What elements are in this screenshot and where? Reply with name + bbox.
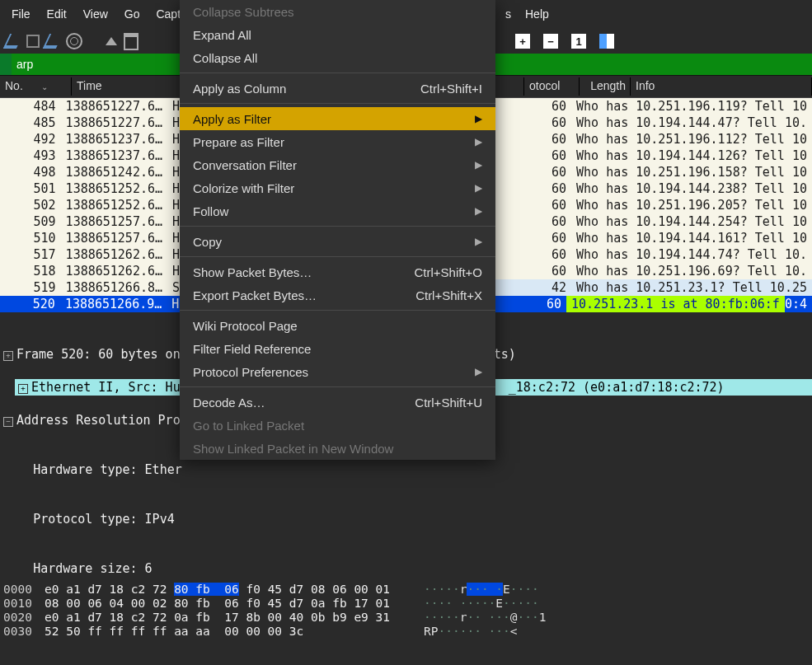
capture-start-icon[interactable] — [3, 34, 23, 49]
column-length[interactable]: Length — [580, 76, 631, 97]
menu-item[interactable]: Expand All — [180, 23, 495, 46]
menu-item[interactable]: Copy▶ — [180, 230, 495, 253]
menu-item[interactable]: Apply as ColumnCtrl+Shift+I — [180, 77, 495, 100]
menu-edit[interactable]: Edit — [39, 0, 75, 29]
menu-item[interactable]: Filter Field Reference — [180, 337, 495, 360]
zoom-out-button[interactable]: − — [543, 34, 558, 49]
menu-stats-tail[interactable]: s — [497, 0, 519, 29]
menu-file[interactable]: File — [3, 0, 39, 29]
detail-field[interactable]: Protocol type: IPv4 — [0, 511, 812, 527]
menu-item[interactable]: Conversation Filter▶ — [180, 153, 495, 176]
menu-help[interactable]: Help — [517, 0, 557, 29]
column-no[interactable]: No.⌄ — [0, 76, 72, 97]
resize-columns-button[interactable] — [599, 34, 614, 49]
menu-item[interactable]: Collapse All — [180, 46, 495, 69]
capture-stop-icon[interactable] — [26, 35, 40, 48]
bytes-row[interactable]: 003052 50 ff ff ff ff aa aa 00 00 00 3cR… — [0, 625, 812, 639]
filter-bookmark-icon[interactable] — [0, 54, 12, 75]
expander-icon[interactable]: + — [3, 351, 13, 361]
context-menu: Collapse SubtreesExpand AllCollapse AllA… — [180, 0, 495, 460]
menu-item: Collapse Subtrees — [180, 0, 495, 23]
menu-item[interactable]: Show Packet Bytes…Ctrl+Shift+O — [180, 260, 495, 283]
column-info[interactable]: Info — [631, 76, 812, 97]
menu-item[interactable]: Wiki Protocol Page — [180, 314, 495, 337]
detail-field[interactable]: Hardware type: Ether — [0, 461, 812, 478]
menu-item: Show Linked Packet in New Window — [180, 437, 495, 460]
menu-item: Go to Linked Packet — [180, 414, 495, 437]
expander-icon[interactable]: − — [3, 417, 13, 427]
upload-icon[interactable] — [106, 37, 117, 45]
menu-item[interactable]: Follow▶ — [180, 199, 495, 222]
zoom-reset-button[interactable]: 1 — [571, 34, 586, 49]
zoom-in-button[interactable]: + — [515, 34, 530, 49]
options-icon[interactable] — [66, 33, 82, 49]
save-icon[interactable] — [124, 33, 138, 50]
menu-item[interactable]: Decode As…Ctrl+Shift+U — [180, 391, 495, 414]
column-protocol[interactable]: otocol — [524, 76, 580, 97]
menu-view[interactable]: View — [75, 0, 116, 29]
bytes-row[interactable]: 0020e0 a1 d7 18 c2 72 0a fb 17 8b 00 40 … — [0, 611, 812, 625]
menu-item[interactable]: Colorize with Filter▶ — [180, 176, 495, 199]
menu-go[interactable]: Go — [116, 0, 148, 29]
menu-item[interactable]: Prepare as Filter▶ — [180, 130, 495, 153]
column-time[interactable]: Time — [72, 76, 189, 97]
detail-field[interactable]: Hardware size: 6 — [0, 560, 812, 577]
menu-item[interactable]: Export Packet Bytes…Ctrl+Shift+X — [180, 283, 495, 307]
bytes-row[interactable]: 0000e0 a1 d7 18 c2 72 80 fb 06 f0 45 d7 … — [0, 583, 812, 597]
packet-bytes-pane[interactable]: 0000e0 a1 d7 18 c2 72 80 fb 06 f0 45 d7 … — [0, 583, 812, 665]
menu-item[interactable]: Protocol Preferences▶ — [180, 360, 495, 383]
expander-icon[interactable]: + — [18, 384, 28, 394]
filter-status — [505, 54, 812, 75]
capture-restart-icon[interactable] — [43, 34, 63, 49]
bytes-row[interactable]: 001008 00 06 04 00 02 80 fb 06 f0 45 d7 … — [0, 597, 812, 611]
menu-item[interactable]: Apply as Filter▶ — [180, 107, 495, 130]
